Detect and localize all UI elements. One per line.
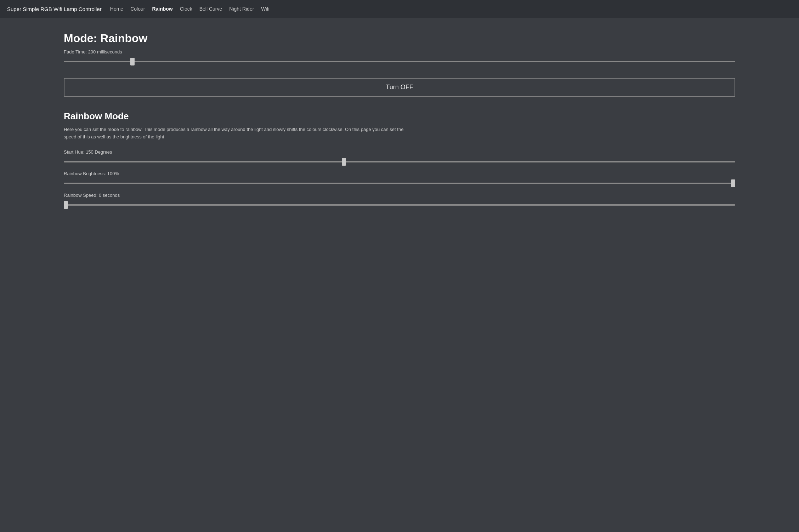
turn-off-button[interactable]: Turn OFF — [64, 78, 735, 97]
speed-slider-container — [64, 201, 735, 207]
speed-slider[interactable] — [64, 204, 735, 206]
navbar: Super Simple RGB Wifi Lamp Controller Ho… — [0, 0, 799, 18]
mode-title: Mode: Rainbow — [64, 32, 735, 45]
nav-link-home[interactable]: Home — [110, 6, 123, 12]
brightness-label: Rainbow Brightness: 100% — [64, 171, 735, 176]
nav-link-rainbow[interactable]: Rainbow — [152, 6, 172, 12]
start-hue-slider-container — [64, 158, 735, 164]
section-title: Rainbow Mode — [64, 111, 735, 122]
description-text: Here you can set the mode to rainbow. Th… — [64, 126, 404, 141]
speed-label: Rainbow Speed: 0 seconds — [64, 193, 735, 198]
app-brand: Super Simple RGB Wifi Lamp Controller — [7, 6, 102, 12]
brightness-group: Rainbow Brightness: 100% — [64, 171, 735, 185]
nav-link-clock[interactable]: Clock — [180, 6, 192, 12]
speed-group: Rainbow Speed: 0 seconds — [64, 193, 735, 207]
nav-link-bellcurve[interactable]: Bell Curve — [199, 6, 222, 12]
fade-time-group: Fade Time: 200 milliseconds — [64, 49, 735, 64]
brightness-slider[interactable] — [64, 183, 735, 184]
fade-time-slider-container — [64, 57, 735, 64]
start-hue-group: Start Hue: 150 Degrees — [64, 149, 735, 164]
fade-time-slider[interactable] — [64, 61, 735, 62]
nav-link-nightrider[interactable]: Night Rider — [229, 6, 254, 12]
nav-link-wifi[interactable]: Wifi — [261, 6, 269, 12]
start-hue-slider[interactable] — [64, 161, 735, 162]
brightness-slider-container — [64, 179, 735, 185]
main-content: Mode: Rainbow Fade Time: 200 millisecond… — [0, 18, 799, 228]
fade-time-label: Fade Time: 200 milliseconds — [64, 49, 735, 55]
start-hue-label: Start Hue: 150 Degrees — [64, 149, 735, 155]
nav-links: Home Colour Rainbow Clock Bell Curve Nig… — [110, 6, 270, 12]
nav-link-colour[interactable]: Colour — [130, 6, 145, 12]
